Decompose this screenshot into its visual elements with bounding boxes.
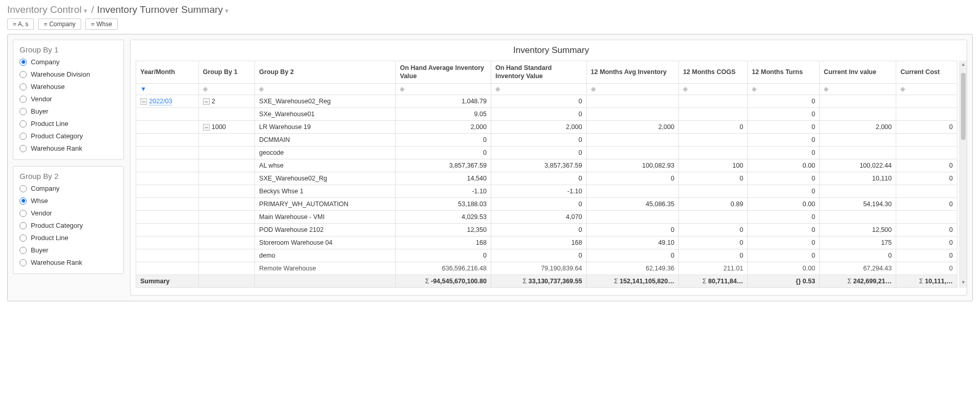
radio-option[interactable]: Warehouse Rank bbox=[20, 144, 117, 152]
cell-group-by-2[interactable]: Remote Warehouse bbox=[255, 262, 396, 275]
sort-12-turns[interactable]: ◆ bbox=[748, 84, 820, 95]
radio-option[interactable]: Vendor bbox=[20, 209, 117, 217]
cell-cost: 0 bbox=[896, 172, 957, 185]
cell-group-by-2[interactable]: SXe_Warehouse01 bbox=[255, 108, 396, 121]
cell-group-by-2[interactable]: SXE_Warehouse02_Rg bbox=[255, 172, 396, 185]
cell-group-by-1[interactable]: −1000 bbox=[198, 121, 255, 134]
col-12-cogs[interactable]: 12 Months COGS bbox=[679, 61, 748, 84]
cell-cost bbox=[896, 211, 957, 224]
cell-group-by-2[interactable]: AL whse bbox=[255, 159, 396, 172]
table-row[interactable]: geocode000 bbox=[136, 147, 957, 159]
table-row[interactable]: −1000LR Warehouse 192,0002,0002,000002,0… bbox=[136, 121, 957, 134]
scroll-up-icon[interactable]: ▲ bbox=[960, 62, 967, 69]
sort-current-cost[interactable]: ◆ bbox=[896, 84, 957, 95]
breadcrumb-parent[interactable]: Inventory Control▼ bbox=[7, 4, 88, 15]
radio-option[interactable]: Buyer bbox=[20, 107, 117, 115]
table-row[interactable]: demo0000000 bbox=[136, 249, 957, 262]
radio-option[interactable]: Warehouse bbox=[20, 83, 117, 90]
table-row[interactable]: SXE_Warehouse02_Rg14,540000010,1100 bbox=[136, 172, 957, 185]
radio-option[interactable]: Company bbox=[20, 185, 117, 192]
table-row[interactable]: POD Warehouse 210212,350000012,5000 bbox=[136, 224, 957, 237]
table-row[interactable]: Main Warehouse - VMI4,029.534,0700 bbox=[136, 211, 957, 224]
sort-current-inv[interactable]: ◆ bbox=[820, 84, 896, 95]
cell-m12avg: 0 bbox=[586, 224, 679, 237]
radio-label: Buyer bbox=[31, 107, 48, 115]
sort-on-hand-avg[interactable]: ◆ bbox=[396, 84, 491, 95]
sort-group-by-1[interactable]: ◆ bbox=[198, 84, 255, 95]
sort-year-month[interactable]: ▼ bbox=[136, 84, 199, 95]
cell-year-month[interactable]: −2022/03 bbox=[136, 95, 199, 108]
table-row[interactable]: Remote Warehouse636,596,216.4879,190,839… bbox=[136, 262, 957, 275]
cell-group-by-2[interactable]: SXE_Warehouse02_Reg bbox=[255, 95, 396, 108]
radio-option[interactable]: Company bbox=[20, 58, 117, 66]
radio-option[interactable]: Warehouse Rank bbox=[20, 259, 117, 266]
table-row[interactable]: −2022/03−2SXE_Warehouse02_Reg1,048.7900 bbox=[136, 95, 957, 108]
sort-on-hand-std[interactable]: ◆ bbox=[491, 84, 586, 95]
cell-curv: 10,110 bbox=[820, 172, 896, 185]
radio-label: Company bbox=[31, 185, 60, 192]
cell-group-by-2[interactable]: DCMMAIN bbox=[255, 134, 396, 147]
sort-icon: ◆ bbox=[259, 85, 264, 93]
cell-group-by-2[interactable]: LR Warehouse 19 bbox=[255, 121, 396, 134]
table-row[interactable]: AL whse3,857,367.593,857,367.59100,082.9… bbox=[136, 159, 957, 172]
cell-group-by-2[interactable]: Beckys Whse 1 bbox=[255, 185, 396, 198]
cell-curv: 12,500 bbox=[820, 224, 896, 237]
cell-group-by-2[interactable]: POD Warehouse 2102 bbox=[255, 224, 396, 237]
cell-avg: 0 bbox=[396, 134, 491, 147]
filter-button-as[interactable]: = A, s bbox=[7, 19, 34, 30]
col-current-cost[interactable]: Current Cost bbox=[896, 61, 957, 84]
cell-year-month bbox=[136, 134, 199, 147]
sort-group-by-2[interactable]: ◆ bbox=[255, 84, 396, 95]
cell-group-by-2[interactable]: Main Warehouse - VMI bbox=[255, 211, 396, 224]
radio-option[interactable]: Whse bbox=[20, 197, 117, 205]
col-group-by-1[interactable]: Group By 1 bbox=[198, 61, 255, 84]
year-link[interactable]: 2022/03 bbox=[149, 98, 172, 105]
sort-12-avg[interactable]: ◆ bbox=[586, 84, 679, 95]
cell-group-by-2[interactable]: Storeroom Warehouse 04 bbox=[255, 237, 396, 249]
collapse-icon[interactable]: − bbox=[203, 98, 210, 105]
sort-icon: ◆ bbox=[683, 85, 688, 93]
col-group-by-2[interactable]: Group By 2 bbox=[255, 61, 396, 84]
col-year-month[interactable]: Year/Month bbox=[136, 61, 199, 84]
scroll-down-icon[interactable]: ▼ bbox=[960, 280, 967, 287]
filter-button-company[interactable]: = Company bbox=[38, 19, 81, 30]
cell-avg: 0 bbox=[396, 249, 491, 262]
sort-12-cogs[interactable]: ◆ bbox=[679, 84, 748, 95]
cell-group-by-2[interactable]: PRIMARY_WH_AUTOMATION bbox=[255, 198, 396, 211]
col-12-avg[interactable]: 12 Months Avg Inventory bbox=[586, 61, 679, 84]
cell-group-by-1 bbox=[198, 237, 255, 249]
cell-curv: 67,294.43 bbox=[820, 262, 896, 275]
table-row[interactable]: DCMMAIN000 bbox=[136, 134, 957, 147]
cell-cogs: 0 bbox=[679, 121, 748, 134]
table-row[interactable]: Storeroom Warehouse 0416816849.10001750 bbox=[136, 237, 957, 249]
radio-label: Buyer bbox=[31, 246, 48, 254]
table-row[interactable]: SXe_Warehouse019.0500 bbox=[136, 108, 957, 121]
radio-icon bbox=[20, 133, 27, 140]
breadcrumb-current[interactable]: Inventory Turnover Summary▼ bbox=[97, 4, 230, 15]
cell-curv bbox=[820, 185, 896, 198]
cell-curv: 100,022.44 bbox=[820, 159, 896, 172]
collapse-icon[interactable]: − bbox=[140, 98, 147, 105]
scroll-thumb[interactable] bbox=[961, 73, 966, 140]
cell-cogs bbox=[679, 95, 748, 108]
radio-option[interactable]: Product Line bbox=[20, 234, 117, 242]
col-on-hand-std[interactable]: On Hand Standard Inventory Value bbox=[491, 61, 586, 84]
radio-option[interactable]: Product Category bbox=[20, 222, 117, 229]
col-12-turns[interactable]: 12 Months Turns bbox=[748, 61, 820, 84]
radio-option[interactable]: Buyer bbox=[20, 246, 117, 254]
cell-group-by-2[interactable]: geocode bbox=[255, 147, 396, 159]
table-row[interactable]: PRIMARY_WH_AUTOMATION53,188.03045,086.35… bbox=[136, 198, 957, 211]
radio-option[interactable]: Product Line bbox=[20, 120, 117, 128]
cell-group-by-2[interactable]: demo bbox=[255, 249, 396, 262]
vertical-scrollbar[interactable]: ▲ ▼ bbox=[959, 61, 967, 288]
cell-year-month bbox=[136, 159, 199, 172]
radio-option[interactable]: Warehouse Division bbox=[20, 70, 117, 78]
table-row[interactable]: Beckys Whse 1-1.10-1.100 bbox=[136, 185, 957, 198]
filter-button-whse[interactable]: = Whse bbox=[85, 19, 118, 30]
cell-group-by-1[interactable]: −2 bbox=[198, 95, 255, 108]
radio-option[interactable]: Product Category bbox=[20, 132, 117, 140]
radio-option[interactable]: Vendor bbox=[20, 95, 117, 103]
col-on-hand-avg[interactable]: On Hand Average Inventory Value bbox=[396, 61, 491, 84]
col-current-inv[interactable]: Current Inv value bbox=[820, 61, 896, 84]
collapse-icon[interactable]: − bbox=[203, 124, 210, 131]
